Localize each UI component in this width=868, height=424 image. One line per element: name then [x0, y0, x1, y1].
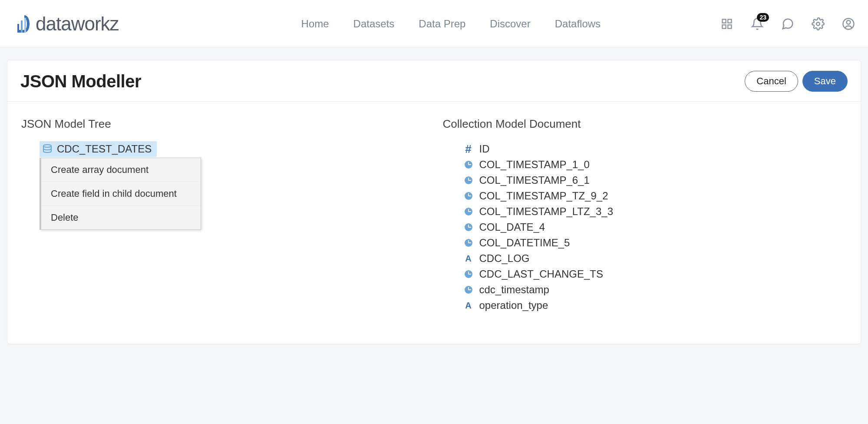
logo-icon — [12, 13, 33, 35]
field-row[interactable]: ACDC_LOG — [464, 251, 847, 266]
clock-icon — [464, 269, 473, 279]
field-row[interactable]: COL_TIMESTAMP_1_0 — [464, 157, 847, 172]
svg-rect-3 — [723, 19, 726, 23]
svg-rect-1 — [21, 20, 23, 33]
field-name: COL_TIMESTAMP_LTZ_3_3 — [479, 205, 614, 218]
field-row[interactable]: Aoperation_type — [464, 298, 847, 313]
field-name: COL_DATE_4 — [479, 221, 545, 233]
collection-section: Collection Model Document #IDCOL_TIMESTA… — [443, 117, 847, 313]
brand-logo[interactable]: dataworkz — [12, 13, 119, 35]
notification-badge: 23 — [757, 13, 769, 22]
clock-icon — [464, 191, 473, 201]
tree-root-node[interactable]: CDC_TEST_DATES — [40, 141, 157, 157]
field-name: COL_DATETIME_5 — [479, 237, 570, 249]
nav-discover[interactable]: Discover — [490, 18, 530, 30]
nav-home[interactable]: Home — [301, 18, 329, 30]
json-model-tree-section: JSON Model Tree CDC_TEST_DATES Create ar… — [21, 117, 426, 313]
field-row[interactable]: cdc_timestamp — [464, 282, 847, 298]
field-list: #IDCOL_TIMESTAMP_1_0COL_TIMESTAMP_6_1COL… — [464, 141, 847, 313]
field-name: CDC_LAST_CHANGE_TS — [479, 268, 603, 280]
chat-icon[interactable] — [780, 17, 795, 31]
panel-body: JSON Model Tree CDC_TEST_DATES Create ar… — [7, 102, 861, 344]
menu-create-array-document[interactable]: Create array document — [41, 158, 201, 182]
header-actions: Cancel Save — [745, 71, 848, 92]
nav-dataflows[interactable]: Dataflows — [555, 18, 601, 30]
database-icon — [42, 144, 53, 154]
panel-header: JSON Modeller Cancel Save — [7, 60, 861, 102]
svg-rect-0 — [17, 24, 19, 33]
tree-section-title: JSON Model Tree — [21, 117, 426, 131]
tree: CDC_TEST_DATES Create array document Cre… — [40, 141, 426, 230]
field-name: COL_TIMESTAMP_6_1 — [479, 174, 590, 186]
menu-delete[interactable]: Delete — [41, 205, 201, 229]
svg-point-7 — [816, 22, 820, 26]
field-row[interactable]: COL_TIMESTAMP_TZ_9_2 — [464, 188, 847, 204]
text-type-icon: A — [464, 254, 473, 263]
field-name: operation_type — [479, 299, 548, 311]
svg-rect-5 — [723, 25, 726, 28]
field-row[interactable]: COL_TIMESTAMP_6_1 — [464, 172, 847, 188]
clock-icon — [464, 222, 473, 232]
top-bar: dataworkz Home Datasets Data Prep Discov… — [0, 0, 868, 48]
tree-root-label: CDC_TEST_DATES — [57, 143, 152, 155]
settings-icon[interactable] — [811, 17, 825, 31]
main-nav: Home Datasets Data Prep Discover Dataflo… — [301, 18, 601, 30]
nav-data-prep[interactable]: Data Prep — [419, 18, 465, 30]
field-name: CDC_LOG — [479, 252, 530, 265]
notifications-icon[interactable]: 23 — [750, 17, 765, 31]
collection-section-title: Collection Model Document — [443, 117, 847, 131]
user-icon[interactable] — [841, 17, 856, 31]
svg-rect-2 — [24, 18, 26, 33]
clock-icon — [464, 285, 473, 295]
field-name: cdc_timestamp — [479, 284, 549, 296]
text-type-icon: A — [464, 301, 473, 310]
field-row[interactable]: COL_TIMESTAMP_LTZ_3_3 — [464, 204, 847, 219]
topbar-actions: 23 — [719, 17, 856, 31]
menu-create-field-in-child[interactable]: Create field in child document — [41, 182, 201, 205]
field-name: ID — [479, 143, 490, 155]
field-row[interactable]: COL_DATETIME_5 — [464, 235, 847, 251]
page-title: JSON Modeller — [20, 72, 141, 91]
field-row[interactable]: CDC_LAST_CHANGE_TS — [464, 266, 847, 282]
clock-icon — [464, 238, 473, 248]
cancel-button[interactable]: Cancel — [745, 71, 798, 92]
field-row[interactable]: COL_DATE_4 — [464, 219, 847, 235]
field-name: COL_TIMESTAMP_1_0 — [479, 159, 590, 171]
main-panel: JSON Modeller Cancel Save JSON Model Tre… — [7, 60, 861, 344]
clock-icon — [464, 207, 473, 216]
nav-datasets[interactable]: Datasets — [353, 18, 395, 30]
hash-icon: # — [464, 144, 473, 154]
save-button[interactable]: Save — [802, 71, 848, 92]
clock-icon — [464, 176, 473, 185]
svg-point-9 — [847, 20, 851, 24]
svg-rect-6 — [728, 25, 731, 28]
apps-icon[interactable] — [719, 17, 734, 31]
field-row[interactable]: #ID — [464, 141, 847, 157]
field-name: COL_TIMESTAMP_TZ_9_2 — [479, 190, 608, 202]
brand-name: dataworkz — [36, 13, 119, 35]
context-menu: Create array document Create field in ch… — [40, 158, 201, 230]
svg-point-10 — [43, 145, 51, 147]
clock-icon — [464, 160, 473, 169]
svg-rect-4 — [728, 19, 731, 23]
